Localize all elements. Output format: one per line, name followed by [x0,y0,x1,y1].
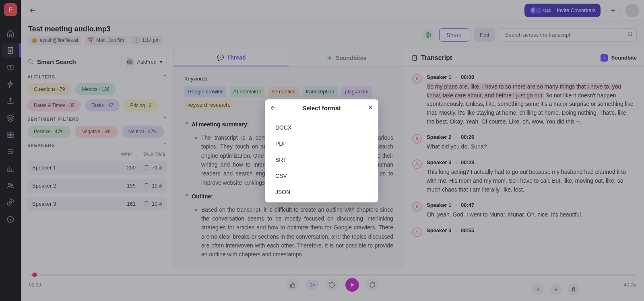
modal-header: Select format [265,99,378,117]
format-options: DOCX PDF SRT CSV JSON [265,117,378,202]
format-option-srt[interactable]: SRT [265,152,378,168]
modal-back-button[interactable] [270,104,277,111]
format-option-json[interactable]: JSON [265,184,378,200]
modal-close-button[interactable] [367,104,374,111]
modal-title: Select format [302,105,341,111]
format-option-csv[interactable]: CSV [265,168,378,184]
format-option-docx[interactable]: DOCX [265,120,378,136]
format-option-pdf[interactable]: PDF [265,136,378,152]
select-format-modal: Select format DOCX PDF SRT CSV JSON [265,99,378,202]
